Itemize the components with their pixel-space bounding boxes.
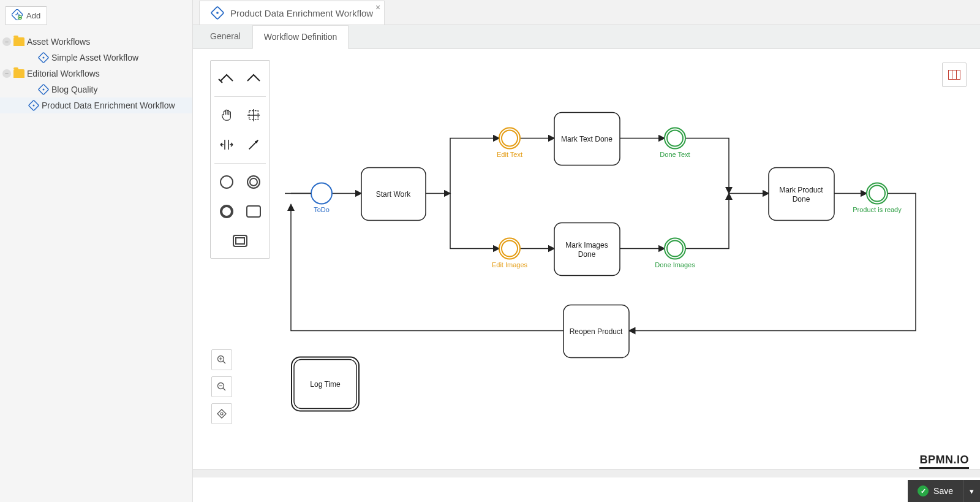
check-icon: ✓ <box>918 485 929 496</box>
undo-icon[interactable] <box>214 66 239 90</box>
subtab-definition[interactable]: Workflow Definition <box>252 25 349 49</box>
collapse-icon[interactable]: − <box>2 69 11 78</box>
add-workflow-icon <box>12 9 23 22</box>
folder-icon <box>13 37 24 46</box>
task-mark-text-done[interactable] <box>554 113 620 165</box>
event-done-text-label: Done Text <box>660 151 690 158</box>
tree: − Asset Workflows Simple Asset Workflow … <box>0 30 192 117</box>
event-product-ready-label: Product is ready <box>853 206 902 213</box>
svg-point-31 <box>667 241 683 257</box>
event-done-images[interactable] <box>665 238 685 259</box>
editor-tab[interactable]: Product Data Enrichment Workflow × <box>199 1 385 25</box>
save-dropdown[interactable]: ▾ <box>963 480 980 502</box>
tree-folder-editorial[interactable]: − Editorial Workflows <box>0 66 192 82</box>
lasso-tool-icon[interactable] <box>241 103 266 127</box>
bottom-scrollbar[interactable] <box>193 469 980 477</box>
hand-tool-icon[interactable] <box>214 103 239 127</box>
workflow-icon <box>28 100 39 111</box>
tree-item-blog-quality[interactable]: Blog Quality <box>0 82 192 97</box>
task-icon[interactable] <box>241 199 266 224</box>
svg-rect-33 <box>292 357 359 411</box>
svg-point-32 <box>869 186 885 202</box>
svg-point-29 <box>502 241 518 257</box>
tree-item-label: Product Data Enrichment Workflow <box>42 101 175 110</box>
tree-item-label: Simple Asset Workflow <box>51 53 138 63</box>
end-event-icon[interactable] <box>214 199 239 224</box>
task-log-time[interactable] <box>294 360 356 409</box>
workflow-icon <box>211 6 224 20</box>
event-done-text[interactable] <box>665 128 685 149</box>
subprocess-icon[interactable] <box>228 229 252 253</box>
collapse-icon[interactable]: − <box>2 37 11 46</box>
main: Product Data Enrichment Workflow × Gener… <box>193 0 980 502</box>
event-edit-text-label: Edit Text <box>497 151 522 158</box>
connect-tool-icon[interactable] <box>241 132 266 157</box>
zoom-out-icon[interactable] <box>211 376 232 397</box>
savebar: ✓ Save ▾ <box>908 480 980 502</box>
task-mark-images-done[interactable] <box>554 223 620 276</box>
svg-point-4 <box>43 57 45 59</box>
tree-item-label: Blog Quality <box>51 85 97 94</box>
tree-folder-label: Editorial Workflows <box>27 69 100 78</box>
svg-point-28 <box>502 131 518 146</box>
subtab-bar: General Workflow Definition <box>193 25 980 49</box>
tree-item-product-enrichment[interactable]: Product Data Enrichment Workflow <box>0 97 192 113</box>
event-todo-label: ToDo <box>314 206 330 213</box>
svg-point-30 <box>667 131 683 146</box>
event-edit-text[interactable] <box>499 128 520 149</box>
add-label: Add <box>26 11 40 20</box>
svg-line-19 <box>223 361 225 363</box>
zoom-in-icon[interactable] <box>211 349 232 370</box>
event-edit-images[interactable] <box>499 238 520 259</box>
folder-icon <box>13 69 24 78</box>
task-mark-product-done-label2: Done <box>793 195 810 203</box>
minimap-toggle[interactable] <box>942 63 967 87</box>
event-done-images-label: Done Images <box>655 261 695 268</box>
intermediate-event-icon[interactable] <box>241 170 266 194</box>
save-button[interactable]: ✓ Save <box>908 480 963 502</box>
start-event-icon[interactable] <box>214 170 239 194</box>
editor-tabbar: Product Data Enrichment Workflow × <box>193 0 980 25</box>
zoom-controls <box>211 349 232 424</box>
minimap-icon <box>948 70 960 80</box>
zoom-reset-icon[interactable] <box>211 403 232 424</box>
space-tool-icon[interactable] <box>214 132 239 157</box>
tree-folder-asset[interactable]: − Asset Workflows <box>0 34 192 50</box>
subtab-general[interactable]: General <box>199 25 252 48</box>
tree-item-simple-asset[interactable]: Simple Asset Workflow <box>0 50 192 66</box>
palette <box>210 60 270 259</box>
svg-line-23 <box>223 388 225 390</box>
redo-icon[interactable] <box>241 66 266 90</box>
task-mark-images-done-label2: Done <box>578 250 596 259</box>
svg-point-6 <box>43 89 45 91</box>
workflow-icon <box>38 84 49 95</box>
task-start-work-label: Start Work <box>376 190 411 199</box>
add-button[interactable]: Add <box>5 6 47 25</box>
sidebar: Add − Asset Workflows Simple Asset Workf… <box>0 0 193 502</box>
brand-label: BPMN.IO <box>919 454 969 469</box>
close-icon[interactable]: × <box>375 2 380 12</box>
task-start-work[interactable] <box>361 168 426 221</box>
task-log-time-label: Log Time <box>310 380 341 389</box>
svg-point-8 <box>33 105 35 107</box>
event-todo[interactable] <box>311 183 332 204</box>
task-mark-text-done-label: Mark Text Done <box>561 135 612 143</box>
task-mark-images-done-label1: Mark Images <box>565 241 608 249</box>
task-mark-product-done[interactable] <box>769 168 834 221</box>
task-reopen-product[interactable] <box>564 305 629 358</box>
event-product-ready[interactable] <box>867 183 888 204</box>
svg-point-26 <box>221 413 223 415</box>
save-label: Save <box>933 486 953 496</box>
task-reopen-product-label: Reopen Product <box>570 327 623 336</box>
canvas[interactable]: ToDo Start Work Edit Text Edit Images Ma… <box>193 49 980 502</box>
svg-point-10 <box>216 12 219 14</box>
svg-marker-25 <box>217 409 226 418</box>
editor-tab-title: Product Data Enrichment Workflow <box>230 8 373 18</box>
tree-folder-label: Asset Workflows <box>27 37 90 47</box>
bpmn-diagram: ToDo Start Work Edit Text Edit Images Ma… <box>193 49 980 502</box>
workflow-icon <box>38 52 49 63</box>
task-mark-product-done-label1: Mark Product <box>779 186 823 194</box>
event-edit-images-label: Edit Images <box>492 261 528 268</box>
